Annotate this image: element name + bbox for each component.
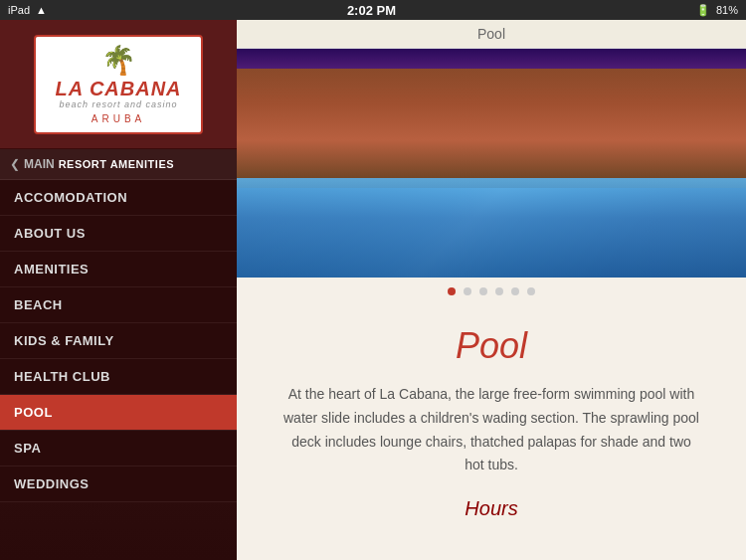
- breadcrumb-sub: RESORT AMENITIES: [59, 158, 174, 170]
- carousel-dot-4[interactable]: [511, 287, 519, 295]
- battery-text: 81%: [716, 4, 738, 16]
- sidebar-item-pool[interactable]: POOL: [0, 395, 237, 431]
- building-element: [237, 69, 746, 188]
- logo-area: 🌴 LA CABANA beach resort and casino ARUB…: [0, 20, 237, 149]
- sidebar-item-accomodation[interactable]: ACCOMODATION: [0, 180, 237, 216]
- hours-title: Hours: [277, 497, 706, 520]
- status-bar: iPad ▲ 2:02 PM 🔋 81%: [0, 0, 746, 20]
- carousel-dot-5[interactable]: [527, 287, 535, 295]
- carousel-dot-0[interactable]: [448, 287, 456, 295]
- main-container: 🌴 LA CABANA beach resort and casino ARUB…: [0, 20, 746, 560]
- sidebar-item-kids-family[interactable]: KIDS & FAMILY: [0, 323, 237, 359]
- content-header: Pool: [237, 20, 746, 49]
- battery-icon: 🔋: [696, 4, 710, 17]
- content-title: Pool: [477, 26, 505, 42]
- hero-image: [237, 49, 746, 278]
- carousel-dot-3[interactable]: [495, 287, 503, 295]
- section-title: Pool: [277, 325, 706, 367]
- wifi-icon: ▲: [36, 4, 47, 16]
- breadcrumb-main[interactable]: MAIN: [24, 157, 55, 171]
- status-time: 2:02 PM: [347, 3, 396, 18]
- sidebar: 🌴 LA CABANA beach resort and casino ARUB…: [0, 20, 237, 560]
- sidebar-item-spa[interactable]: SPA: [0, 431, 237, 467]
- sidebar-item-about-us[interactable]: ABOUT US: [0, 216, 237, 252]
- section-description: At the heart of La Cabana, the large fre…: [282, 383, 700, 477]
- content-area: Pool Pool At the heart of La Cabana, the…: [237, 20, 746, 560]
- image-carousel-dots: [237, 278, 746, 305]
- carousel-dot-1[interactable]: [464, 287, 471, 295]
- status-left: iPad ▲: [8, 4, 47, 16]
- logo-icon: 🌴: [101, 44, 136, 77]
- pool-water-element: [237, 178, 746, 278]
- logo-box: 🌴 LA CABANA beach resort and casino ARUB…: [34, 35, 203, 134]
- content-body: Pool At the heart of La Cabana, the larg…: [237, 305, 746, 540]
- logo-sub-text: beach resort and casino: [59, 99, 177, 109]
- sidebar-item-weddings[interactable]: WEDDINGS: [0, 467, 237, 502]
- breadcrumb[interactable]: ❮ MAIN RESORT AMENITIES: [0, 149, 237, 180]
- carousel-dot-2[interactable]: [479, 287, 487, 295]
- logo-location: ARUBA: [92, 113, 145, 124]
- sidebar-item-amenities[interactable]: AMENITIES: [0, 252, 237, 287]
- sidebar-item-beach[interactable]: BEACH: [0, 287, 237, 323]
- status-right: 🔋 81%: [696, 4, 738, 17]
- carrier-text: iPad: [8, 4, 30, 16]
- sidebar-item-health-club[interactable]: HEALTH CLUB: [0, 359, 237, 395]
- back-chevron-icon[interactable]: ❮: [10, 157, 20, 171]
- logo-main-text: LA CABANA: [55, 79, 181, 98]
- nav-menu: ACCOMODATIONABOUT USAMENITIESBEACHKIDS &…: [0, 180, 237, 560]
